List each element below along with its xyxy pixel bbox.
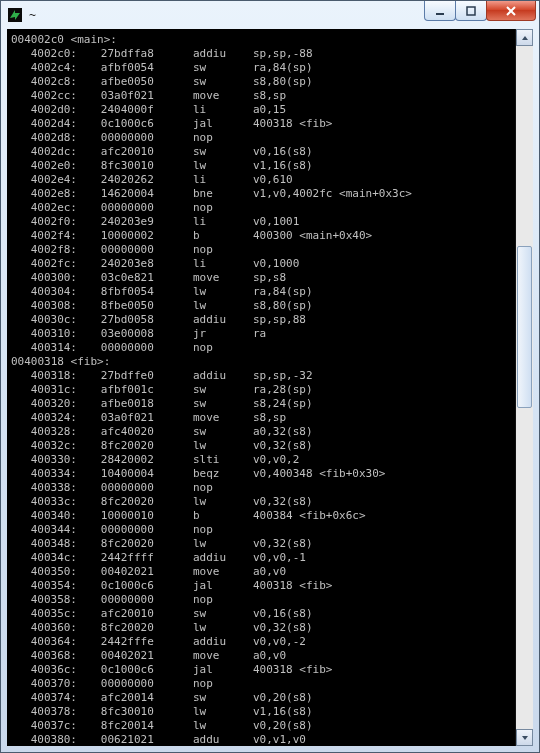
asm-operands: v0,v0,-1 (253, 551, 306, 565)
asm-operands: v0,v0,2 (253, 453, 299, 467)
asm-mnemonic: li (181, 215, 253, 229)
window-title: ~ (29, 8, 424, 22)
asm-operands: ra,84(sp) (253, 285, 313, 299)
asm-hex: 03a0f021 (81, 89, 181, 103)
asm-mnemonic: sw (181, 425, 253, 439)
asm-line: 4002c0: 27bdffa8addiusp,sp,-88 (11, 47, 515, 61)
asm-line: 400300: 03c0e821movesp,s8 (11, 271, 515, 285)
asm-operands: v0,16(s8) (253, 145, 313, 159)
asm-mnemonic: nop (181, 201, 253, 215)
asm-operands: v0,610 (253, 173, 293, 187)
titlebar[interactable]: ~ (1, 1, 539, 29)
asm-mnemonic: sw (181, 397, 253, 411)
asm-hex: 8fbe0050 (81, 299, 181, 313)
asm-addr: 400380: (11, 733, 81, 746)
maximize-button[interactable] (455, 1, 487, 21)
asm-hex: 27bdffe0 (81, 369, 181, 383)
asm-mnemonic: lw (181, 439, 253, 453)
asm-hex: 8fc30010 (81, 705, 181, 719)
asm-addr: 400300: (11, 271, 81, 285)
asm-hex: afbf001c (81, 383, 181, 397)
asm-line: 4002e0: 8fc30010lwv1,16(s8) (11, 159, 515, 173)
asm-line: 400324: 03a0f021moves8,sp (11, 411, 515, 425)
asm-mnemonic: jal (181, 117, 253, 131)
asm-mnemonic: sw (181, 607, 253, 621)
asm-addr: 4002c4: (11, 61, 81, 75)
asm-addr: 40036c: (11, 663, 81, 677)
asm-mnemonic: jal (181, 663, 253, 677)
asm-mnemonic: beqz (181, 467, 253, 481)
asm-operands: v0,v0,-2 (253, 635, 306, 649)
asm-hex: 10400004 (81, 467, 181, 481)
asm-line: 400358: 00000000nop (11, 593, 515, 607)
asm-line: 40032c: 8fc20020lwv0,32(s8) (11, 439, 515, 453)
asm-mnemonic: addiu (181, 313, 253, 327)
asm-mnemonic: bne (181, 187, 253, 201)
asm-operands: s8,sp (253, 89, 286, 103)
asm-hex: afbf0054 (81, 61, 181, 75)
asm-operands: v0,32(s8) (253, 537, 313, 551)
asm-addr: 400324: (11, 411, 81, 425)
scroll-thumb[interactable] (517, 246, 532, 408)
asm-line: 4002f4: 10000002b400300 <main+0x40> (11, 229, 515, 243)
asm-operands: 400318 <fib> (253, 579, 332, 593)
asm-mnemonic: jal (181, 579, 253, 593)
asm-line: 400348: 8fc20020lwv0,32(s8) (11, 537, 515, 551)
asm-addr: 4002e8: (11, 187, 81, 201)
asm-line: 4002ec: 00000000nop (11, 201, 515, 215)
asm-mnemonic: addu (181, 733, 253, 746)
asm-line: 400334: 10400004beqzv0,400348 <fib+0x30> (11, 467, 515, 481)
asm-hex: 14620004 (81, 187, 181, 201)
minimize-button[interactable] (424, 1, 456, 21)
asm-line: 400318: 27bdffe0addiusp,sp,-32 (11, 369, 515, 383)
close-button[interactable] (486, 1, 536, 21)
asm-mnemonic: sw (181, 75, 253, 89)
asm-mnemonic: move (181, 649, 253, 663)
asm-addr: 400328: (11, 425, 81, 439)
asm-line: 40034c: 2442ffffaddiuv0,v0,-1 (11, 551, 515, 565)
asm-mnemonic: addiu (181, 369, 253, 383)
asm-hex: 03a0f021 (81, 411, 181, 425)
asm-line: 400378: 8fc30010lwv1,16(s8) (11, 705, 515, 719)
asm-addr: 40034c: (11, 551, 81, 565)
asm-operands: sp,s8 (253, 271, 286, 285)
terminal-area[interactable]: 004002c0 <main>: 4002c0: 27bdffa8addiusp… (7, 29, 533, 746)
asm-addr: 400378: (11, 705, 81, 719)
asm-mnemonic: jr (181, 327, 253, 341)
asm-hex: afc20010 (81, 145, 181, 159)
asm-mnemonic: nop (181, 677, 253, 691)
asm-hex: 00000000 (81, 341, 181, 355)
asm-mnemonic: lw (181, 705, 253, 719)
asm-hex: 8fc20014 (81, 719, 181, 733)
asm-hex: 00000000 (81, 677, 181, 691)
asm-mnemonic: sw (181, 145, 253, 159)
asm-mnemonic: nop (181, 593, 253, 607)
vertical-scrollbar[interactable] (515, 29, 533, 746)
asm-hex: 8fc20020 (81, 537, 181, 551)
asm-line: 4002f0: 240203e9liv0,1001 (11, 215, 515, 229)
asm-line: 4002cc: 03a0f021moves8,sp (11, 89, 515, 103)
asm-operands: a0,v0 (253, 649, 286, 663)
scroll-up-button[interactable] (516, 29, 533, 46)
asm-addr: 400330: (11, 453, 81, 467)
asm-mnemonic: nop (181, 341, 253, 355)
asm-hex: 27bdffa8 (81, 47, 181, 61)
asm-line: 400340: 10000010b400384 <fib+0x6c> (11, 509, 515, 523)
asm-line: 4002c8: afbe0050sws8,80(sp) (11, 75, 515, 89)
asm-mnemonic: nop (181, 481, 253, 495)
asm-line: 400370: 00000000nop (11, 677, 515, 691)
asm-line: 40030c: 27bd0058addiusp,sp,88 (11, 313, 515, 327)
asm-mnemonic: lw (181, 719, 253, 733)
asm-hex: 0c1000c6 (81, 579, 181, 593)
scroll-track[interactable] (516, 46, 533, 729)
asm-addr: 400350: (11, 565, 81, 579)
asm-hex: 00000000 (81, 131, 181, 145)
scroll-down-button[interactable] (516, 729, 533, 746)
asm-hex: 00000000 (81, 481, 181, 495)
asm-operands: v0,400348 <fib+0x30> (253, 467, 385, 481)
asm-line: 400320: afbe0018sws8,24(sp) (11, 397, 515, 411)
asm-line: 4002f8: 00000000nop (11, 243, 515, 257)
asm-hex: 8fc20020 (81, 621, 181, 635)
asm-line: 400354: 0c1000c6jal400318 <fib> (11, 579, 515, 593)
asm-hex: 24020262 (81, 173, 181, 187)
